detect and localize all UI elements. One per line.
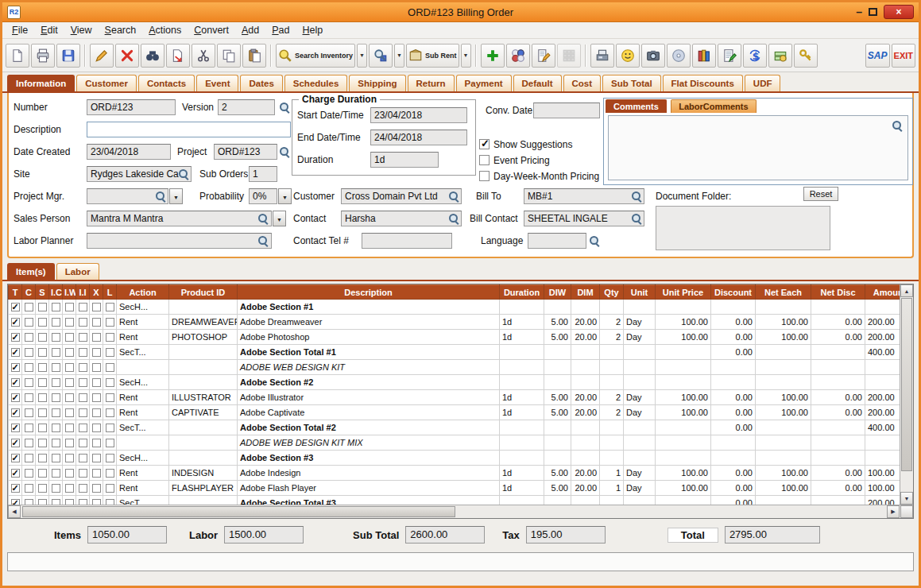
row-checkbox[interactable] [52,469,60,478]
sub-orders-field[interactable]: 1 [249,166,277,182]
row-checkbox[interactable] [52,408,60,417]
cell[interactable]: 1d [500,405,544,420]
labor-planner-search-icon[interactable] [257,235,269,246]
cell[interactable] [169,420,238,435]
site-search-icon[interactable] [178,168,189,180]
cell[interactable]: 0.00 [811,390,865,405]
row-check-cell[interactable] [9,466,22,481]
currency-button[interactable]: $ [743,44,767,68]
row-checkbox[interactable] [25,363,33,372]
cell[interactable]: 5.00 [544,466,571,481]
cell[interactable]: SecT... [117,345,169,360]
row-check-cell[interactable] [9,375,22,390]
row-checkbox[interactable] [11,393,20,402]
cell[interactable] [600,435,624,451]
project-field[interactable]: ORD#123 [214,144,277,160]
row-checkbox[interactable] [11,469,20,478]
edit-button[interactable] [90,44,114,68]
cell[interactable]: Rent [117,405,169,420]
row-check-cell[interactable] [49,345,63,360]
row-checkbox[interactable] [106,393,114,402]
row-checkbox[interactable] [92,484,101,493]
scroll-down-icon[interactable]: ▼ [900,492,913,505]
row-check-cell[interactable] [36,375,49,390]
row-check-cell[interactable] [90,375,103,390]
row-check-cell[interactable] [63,435,76,451]
column-header-x[interactable]: X [90,285,103,300]
row-check-cell[interactable] [103,435,117,451]
cell[interactable] [756,435,811,451]
row-checkbox[interactable] [38,348,47,357]
menu-item-view[interactable]: View [64,23,99,37]
row-check-cell[interactable] [103,466,117,481]
cell[interactable]: FLASHPLAYER [169,481,238,496]
row-checkbox[interactable] [25,424,33,432]
cell[interactable] [711,375,756,390]
cell[interactable] [656,420,711,435]
row-checkbox[interactable] [92,333,101,342]
row-checkbox[interactable] [79,333,87,342]
row-check-cell[interactable] [76,435,90,451]
row-checkbox[interactable] [38,484,47,493]
row-checkbox[interactable] [65,348,74,357]
cell[interactable]: Day [624,390,656,405]
cell[interactable] [500,345,544,360]
bill-to-field[interactable]: MB#1 [524,188,644,204]
cell[interactable]: 100.00 [756,466,811,481]
close-button[interactable]: × [884,5,914,19]
row-checkbox[interactable] [92,378,101,387]
row-check-cell[interactable] [49,330,63,345]
row-checkbox[interactable] [38,439,47,447]
cell[interactable] [811,420,865,435]
date-created-field[interactable]: 23/04/2018 [87,144,171,160]
description-field[interactable] [87,122,291,137]
row-check-cell[interactable] [49,390,63,405]
tab-information[interactable]: Information [7,75,75,91]
row-check-cell[interactable] [103,300,117,315]
row-checkbox[interactable] [106,424,114,432]
row-check-cell[interactable] [63,330,76,345]
new-button[interactable] [6,44,29,68]
cell[interactable]: Adobe Section Total #1 [238,345,500,360]
column-header-unit[interactable]: Unit [624,285,656,300]
cell[interactable] [571,451,600,466]
cell[interactable]: 5.00 [544,405,571,420]
row-checkbox[interactable] [106,363,114,372]
cell[interactable]: Day [624,330,656,345]
cell[interactable] [811,300,865,315]
cell[interactable] [544,345,571,360]
row-checkbox[interactable] [38,303,47,311]
cell[interactable] [169,360,238,375]
tab-labor-comments[interactable]: LaborComments [671,99,756,113]
row-checkbox[interactable] [25,303,33,311]
tab-comments[interactable]: Comments [606,99,667,113]
tab-cost[interactable]: Cost [563,75,602,91]
row-checkbox[interactable] [11,408,20,417]
cell[interactable]: ILLUSTRATOR [169,390,238,405]
column-header-net-each[interactable]: Net Each [756,285,811,300]
cell[interactable]: Rent [117,466,169,481]
table-row[interactable]: SecT...Adobe Section Total #20.00400.00 [9,420,915,435]
cell[interactable]: ADOBE WEB DESIGN KIT MIX [238,435,500,451]
row-checkbox[interactable] [92,318,101,327]
horizontal-scrollbar[interactable]: ◀ ▶ [8,505,913,518]
row-check-cell[interactable] [76,300,90,315]
cell[interactable]: 100.00 [656,390,711,405]
row-check-cell[interactable] [103,315,117,330]
row-check-cell[interactable] [49,375,63,390]
row-check-cell[interactable] [76,451,90,466]
row-checkbox[interactable] [106,439,114,447]
row-checkbox[interactable] [11,318,20,327]
row-checkbox[interactable] [38,318,47,327]
column-header-l[interactable]: L [103,285,117,300]
cell[interactable]: Day [624,315,656,330]
cell[interactable] [600,375,624,390]
row-check-cell[interactable] [9,360,22,375]
cell[interactable] [656,300,711,315]
row-check-cell[interactable] [22,360,36,375]
cell[interactable]: 1d [500,466,544,481]
cell[interactable] [571,360,600,375]
row-checkbox[interactable] [65,484,74,493]
row-checkbox[interactable] [79,363,87,372]
row-check-cell[interactable] [49,435,63,451]
